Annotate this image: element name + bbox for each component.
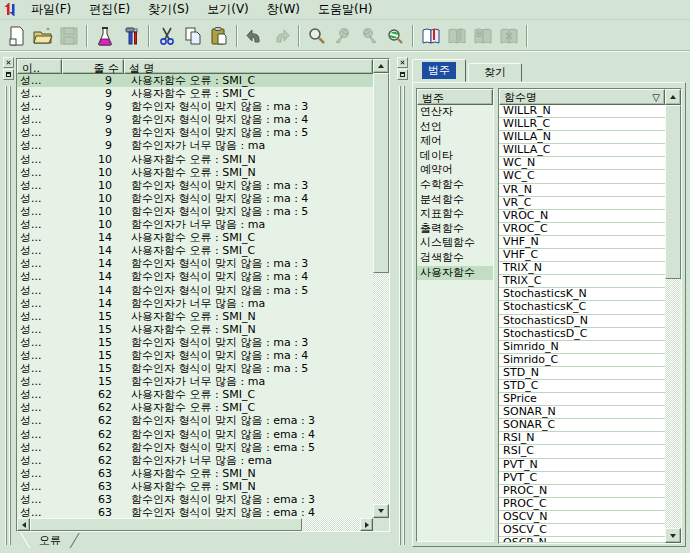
list-item-function[interactable]: SPrice xyxy=(499,393,665,406)
table-row[interactable]: 성...10함수인자 형식이 맞지 않음 : ma : 4 xyxy=(17,192,373,205)
table-row[interactable]: 성...63함수인자 형식이 맞지 않음 : ema : 3 xyxy=(17,493,373,506)
list-item-function[interactable]: VHF_N xyxy=(499,236,665,249)
close-pane-button[interactable] xyxy=(397,57,408,68)
table-row[interactable]: 성...63함수인자 형식이 맞지 않음 : ema : 4 xyxy=(17,506,373,518)
scrollbar-track[interactable] xyxy=(373,273,389,504)
table-row[interactable]: 성...10함수인자 형식이 맞지 않음 : ma : 5 xyxy=(17,205,373,218)
list-item-function[interactable]: Simrido_N xyxy=(499,341,665,354)
paste-button[interactable] xyxy=(206,23,232,49)
error-horizontal-scrollbar[interactable] xyxy=(17,518,373,531)
table-row[interactable]: 성...62사용자함수 오류 : SMI_C xyxy=(17,388,373,401)
maximize-pane-button[interactable] xyxy=(397,69,408,80)
table-row[interactable]: 성...15함수인자가 너무 많음 : ma xyxy=(17,375,373,388)
list-item-function[interactable]: PVT_C xyxy=(499,472,665,485)
list-item-function[interactable]: SONAR_N xyxy=(499,406,665,419)
scrollbar-thumb[interactable] xyxy=(30,518,302,531)
list-item-function[interactable]: WILLR_N xyxy=(499,105,665,118)
list-item-function-partial[interactable]: OSCP_N xyxy=(499,537,665,543)
list-item-function[interactable]: TRIX_N xyxy=(499,262,665,275)
list-item-function[interactable]: OSCV_C xyxy=(499,524,665,537)
list-item-function[interactable]: VR_C xyxy=(499,197,665,210)
list-item-category[interactable]: 사용자함수 xyxy=(417,266,493,281)
table-row[interactable]: 성...9함수인자가 너무 많음 : ma xyxy=(17,139,373,152)
list-item-function[interactable]: StochasticsD_N xyxy=(499,315,665,328)
scroll-left-button[interactable] xyxy=(17,518,30,531)
table-row[interactable]: 성...9사용자함수 오류 : SMI_C xyxy=(17,74,373,87)
table-row[interactable]: 성...63사용자함수 오류 : SMI_N xyxy=(17,480,373,493)
scroll-up-button[interactable] xyxy=(665,89,681,105)
table-row[interactable]: 성...14함수인자 형식이 맞지 않음 : ma : 3 xyxy=(17,257,373,270)
table-row[interactable]: 성...15함수인자 형식이 맞지 않음 : ma : 3 xyxy=(17,336,373,349)
list-item-function[interactable]: TRIX_C xyxy=(499,275,665,288)
undo-button[interactable] xyxy=(242,23,268,49)
verify-formula-button[interactable] xyxy=(92,23,118,49)
list-item-function[interactable]: PROC_N xyxy=(499,485,665,498)
table-row[interactable]: 성...63사용자함수 오류 : SMI_N xyxy=(17,467,373,480)
menu-item[interactable]: 보기(V) xyxy=(198,0,258,20)
table-row[interactable]: 성...9함수인자 형식이 맞지 않음 : ma : 3 xyxy=(17,100,373,113)
table-row[interactable]: 성...14사용자함수 오류 : SMI_C xyxy=(17,231,373,244)
table-row[interactable]: 성...62함수인자 형식이 맞지 않음 : ema : 5 xyxy=(17,441,373,454)
list-item-category[interactable]: 분석함수 xyxy=(417,193,493,208)
list-item-category[interactable]: 출력함수 xyxy=(417,222,493,237)
list-item-category[interactable]: 연산자 xyxy=(417,105,493,120)
list-item-function[interactable]: RSI_N xyxy=(499,432,665,445)
scroll-down-button[interactable] xyxy=(665,528,681,543)
menu-item[interactable]: 도움말(H) xyxy=(309,0,381,20)
pane-drag-handle[interactable] xyxy=(398,86,408,545)
list-item-category[interactable]: 예약어 xyxy=(417,163,493,178)
list-item-category[interactable]: 수학함수 xyxy=(417,178,493,193)
list-item-function[interactable]: StochasticsK_C xyxy=(499,301,665,314)
list-item-function[interactable]: VR_N xyxy=(499,184,665,197)
list-item-function[interactable]: RSI_C xyxy=(499,445,665,458)
find-refresh-button[interactable] xyxy=(382,23,408,49)
menu-item[interactable]: 찾기(S) xyxy=(139,0,198,20)
list-item-category[interactable]: 제어 xyxy=(417,134,493,149)
list-item-function[interactable]: VHF_C xyxy=(499,249,665,262)
category-list-header[interactable]: 범주 xyxy=(417,89,493,105)
list-item-function[interactable]: PVT_N xyxy=(499,459,665,472)
tab-category[interactable]: 범주 xyxy=(412,59,466,82)
column-header-name[interactable]: 이.. xyxy=(17,59,62,74)
column-header-description[interactable]: 설 명 xyxy=(124,59,373,74)
table-row[interactable]: 성...9함수인자 형식이 맞지 않음 : ma : 4 xyxy=(17,113,373,126)
column-header-linecount[interactable]: 줄 수 xyxy=(62,59,124,74)
list-item-category[interactable]: 시스템함수 xyxy=(417,236,493,251)
table-row[interactable]: 성...10사용자함수 오류 : SMI_N xyxy=(17,153,373,166)
error-vertical-scrollbar[interactable] xyxy=(373,59,389,518)
list-item-function[interactable]: StochasticsD_C xyxy=(499,328,665,341)
maximize-pane-button[interactable] xyxy=(3,69,14,80)
table-row[interactable]: 성...15함수인자 형식이 맞지 않음 : ma : 5 xyxy=(17,362,373,375)
tab-find[interactable]: 찾기 xyxy=(468,63,522,82)
list-item-category[interactable]: 데이타 xyxy=(417,149,493,164)
table-row[interactable]: 성...10함수인자 형식이 맞지 않음 : ma : 3 xyxy=(17,179,373,192)
list-item-category[interactable]: 선언 xyxy=(417,120,493,135)
scroll-up-button[interactable] xyxy=(373,59,389,73)
list-item-function[interactable]: Simrido_C xyxy=(499,354,665,367)
build-button[interactable] xyxy=(118,23,144,49)
table-row[interactable]: 성...14사용자함수 오류 : SMI_C xyxy=(17,244,373,257)
list-item-function[interactable]: WILLR_C xyxy=(499,118,665,131)
list-item-function[interactable]: WC_C xyxy=(499,170,665,183)
list-item-function[interactable]: STD_N xyxy=(499,367,665,380)
find-button[interactable] xyxy=(304,23,330,49)
list-item-function[interactable]: VROC_N xyxy=(499,210,665,223)
list-item-category[interactable]: 지표함수 xyxy=(417,207,493,222)
list-item-function[interactable]: VROC_C xyxy=(499,223,665,236)
tab-errors[interactable]: 오류 xyxy=(20,533,80,548)
error-pane-gripper[interactable] xyxy=(2,56,16,549)
table-row[interactable]: 성...15함수인자 형식이 맞지 않음 : ma : 4 xyxy=(17,349,373,362)
table-row[interactable]: 성...62사용자함수 오류 : SMI_C xyxy=(17,401,373,414)
table-row[interactable]: 성...10함수인자가 너무 많음 : ma xyxy=(17,218,373,231)
list-item-function[interactable]: OSCV_N xyxy=(499,511,665,524)
list-item-function[interactable]: PROC_C xyxy=(499,498,665,511)
cut-button[interactable] xyxy=(154,23,180,49)
table-row[interactable]: 성...62함수인자 형식이 맞지 않음 : ema : 4 xyxy=(17,428,373,441)
scrollbar-track[interactable] xyxy=(665,279,681,528)
table-row[interactable]: 성...14함수인자가 너무 많음 : ma xyxy=(17,297,373,310)
table-row[interactable]: 성...62함수인자가 너무 많음 : ema xyxy=(17,454,373,467)
list-item-function[interactable]: WC_N xyxy=(499,157,665,170)
scroll-down-button[interactable] xyxy=(373,504,389,518)
table-row[interactable]: 성...15사용자함수 오류 : SMI_N xyxy=(17,323,373,336)
function-pane-gripper[interactable] xyxy=(396,56,410,549)
